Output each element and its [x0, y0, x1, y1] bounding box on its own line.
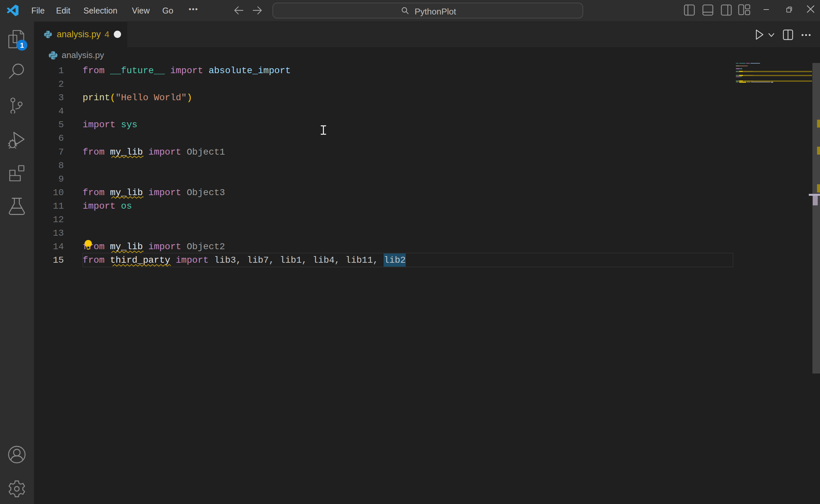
svg-text:1: 1: [20, 41, 24, 49]
